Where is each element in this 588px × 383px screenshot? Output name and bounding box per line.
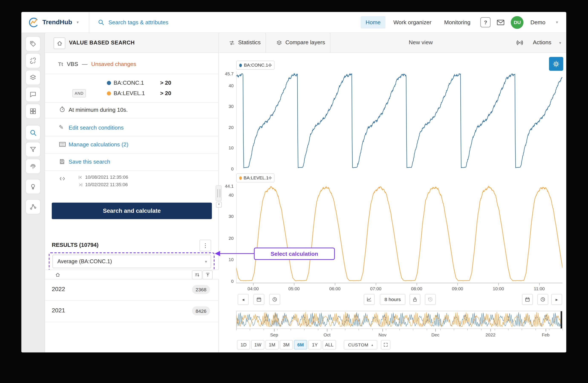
chart-settings-button[interactable] (549, 57, 563, 71)
series-name: BA:CONC.1 (244, 62, 268, 68)
dashboard-icon[interactable] (26, 104, 40, 118)
skip-to-start-icon (78, 175, 83, 180)
compare-layers-icon (276, 40, 282, 46)
y-axis-tick: 0 (219, 166, 236, 172)
stopwatch-icon (59, 106, 66, 113)
collapse-to-top-icon[interactable] (203, 270, 213, 279)
search-icon (98, 19, 105, 26)
y-axis-tick: 20 (219, 125, 236, 130)
results-menu-icon[interactable]: ⋮ (199, 240, 211, 251)
move-icon[interactable] (269, 176, 272, 180)
timeline-label: Sep (263, 332, 286, 337)
legend-chip-level[interactable]: BA:LEVEL.1 (236, 173, 275, 182)
actions-button[interactable]: Actions (533, 39, 551, 45)
vbs-name: VBS (67, 61, 78, 67)
divider (45, 74, 219, 74)
results-list: 2022236820218426 (45, 279, 219, 322)
header-actions: ? DU Demo ▾ (481, 16, 566, 29)
calendar-end-icon[interactable] (522, 294, 533, 305)
panel-header: VALUE BASED SEARCH (45, 33, 218, 53)
mail-icon[interactable] (497, 19, 505, 26)
panel-resize-handle[interactable] (216, 185, 222, 201)
avatar[interactable]: DU (511, 16, 524, 29)
overview-right-handle[interactable] (561, 311, 562, 328)
clock-start-icon[interactable] (269, 294, 280, 305)
legend-chip-conc[interactable]: BA:CONC.1 (236, 61, 275, 70)
search-tool-icon[interactable] (26, 126, 40, 140)
trend-mode-icon[interactable] (364, 294, 375, 305)
comment-icon[interactable] (26, 87, 40, 101)
y-axis-tick: 0 (219, 279, 236, 284)
window-duration[interactable]: 8 hours (380, 294, 405, 305)
range-button-3m[interactable]: 3M (280, 340, 293, 349)
chart-ba-conc-1[interactable] (236, 71, 563, 170)
statistics-button[interactable]: Statistics (238, 39, 261, 45)
x-axis-tick: 07:00 (364, 286, 387, 291)
calculation-select[interactable]: Average (BA:CONC.1) ▾ (52, 255, 211, 268)
filter-icon[interactable] (26, 142, 40, 157)
range-button-1y[interactable]: 1Y (308, 340, 321, 349)
lock-icon[interactable] (409, 294, 420, 305)
brand-caret-icon[interactable]: ▾ (77, 20, 79, 25)
series-color-dot (239, 176, 242, 180)
pan-right-icon[interactable]: ▸ (551, 294, 562, 305)
unsaved-changes-label: Unsaved changes (91, 61, 136, 67)
manage-calculations-link[interactable]: Manage calculations (2) (69, 141, 128, 148)
pan-left-icon[interactable]: ◂ (238, 294, 249, 305)
overview-timeline: SepOctNovDec2022Feb (236, 329, 563, 340)
manage-calculations-row[interactable]: Manage calculations (2) (45, 140, 219, 149)
x-axis-tick: 04:00 (242, 286, 264, 291)
nav-monitoring[interactable]: Monitoring (439, 16, 475, 29)
history-icon[interactable] (425, 294, 436, 305)
range-button-1d[interactable]: 1D (237, 340, 250, 349)
timeline-label: Feb (534, 332, 557, 337)
results-count-label: RESULTS (10794) (52, 242, 99, 248)
tag-icon[interactable] (26, 37, 40, 51)
nav-home[interactable]: Home (361, 16, 385, 29)
range-button-all[interactable]: ALL (323, 340, 336, 349)
bulb-icon[interactable] (26, 179, 40, 194)
chart-ba-level-1[interactable] (236, 183, 563, 283)
edit-search-conditions-link[interactable]: Edit search conditions (69, 124, 124, 131)
result-year-row[interactable]: 20218426 (45, 301, 219, 322)
time-start-row: 10/08/2021 12:35:06 (78, 174, 128, 180)
search-and-calculate-button[interactable]: Search and calculate (52, 203, 212, 219)
panel-collapse-icon[interactable]: × (216, 202, 222, 208)
nav-work-organizer[interactable]: Work organizer (389, 16, 436, 29)
custom-range-button[interactable]: CUSTOM▴ (344, 340, 378, 349)
save-this-search-link[interactable]: Save this search (69, 158, 110, 165)
save-search-row[interactable]: Save this search (45, 157, 219, 166)
fingerprint-icon[interactable] (26, 159, 40, 173)
network-icon[interactable] (26, 200, 40, 214)
duration-row: At minimum during 10s. (45, 105, 219, 114)
clock-end-icon[interactable] (537, 294, 548, 305)
broadcast-icon[interactable] (516, 38, 524, 47)
context-overview-strip[interactable] (236, 311, 563, 329)
condition-row: BA:LEVEL.1> 20 (45, 88, 219, 98)
skip-to-end-icon (78, 182, 83, 187)
user-menu-caret-icon[interactable]: ▾ (556, 20, 558, 25)
range-button-6m[interactable]: 6M (294, 340, 307, 349)
help-icon[interactable]: ? (481, 17, 491, 27)
pencil-icon: ✎ (59, 124, 63, 131)
keyboard-icon (59, 141, 66, 147)
search-input[interactable]: Search tags & attributes (108, 19, 168, 25)
calendar-start-icon[interactable] (253, 294, 264, 305)
range-button-1m[interactable]: 1M (265, 340, 279, 349)
brand-logo[interactable]: TrendHub ▾ (21, 17, 89, 28)
result-year-row[interactable]: 20222368 (45, 279, 219, 301)
edit-conditions-row[interactable]: ✎ Edit search conditions (45, 123, 219, 132)
panel-home-button[interactable] (54, 38, 65, 49)
unlink-icon[interactable] (26, 54, 40, 68)
timeline-label: Oct (316, 332, 338, 337)
layers-icon[interactable] (26, 70, 40, 85)
expand-icon[interactable] (381, 340, 391, 349)
move-icon[interactable] (268, 63, 272, 67)
user-menu-label[interactable]: Demo (530, 19, 546, 25)
global-search[interactable]: Search tags & attributes (89, 19, 361, 26)
y-axis-tick: 10 (219, 146, 236, 151)
sort-descending-icon[interactable] (192, 270, 202, 279)
calculation-select-value: Average (BA:CONC.1) (57, 259, 200, 265)
range-button-1w[interactable]: 1W (251, 340, 264, 349)
compare-layers-button[interactable]: Compare layers (286, 39, 325, 45)
